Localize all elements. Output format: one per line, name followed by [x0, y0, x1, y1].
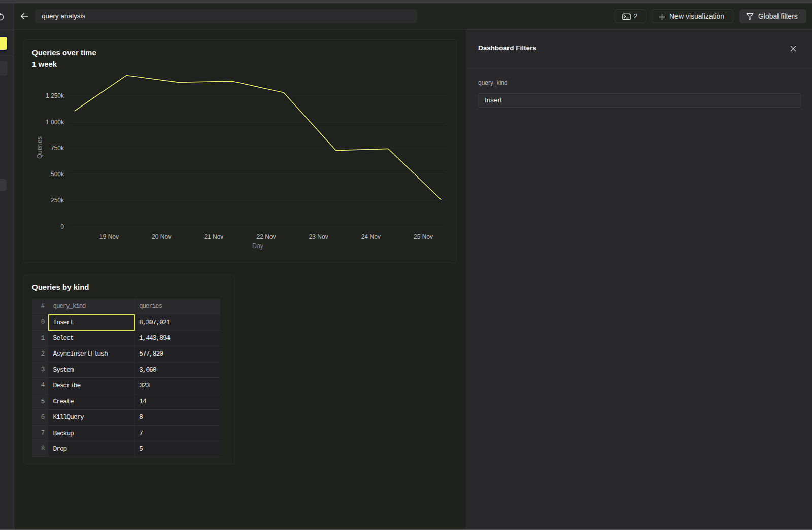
svg-text:22 Nov: 22 Nov: [256, 233, 276, 240]
svg-text:23 Nov: 23 Nov: [309, 233, 328, 240]
svg-text:19 Nov: 19 Nov: [99, 233, 119, 240]
svg-text:Queries: Queries: [36, 136, 43, 159]
svg-text:24 Nov: 24 Nov: [361, 233, 381, 240]
svg-text:0: 0: [60, 223, 64, 230]
svg-text:Day: Day: [252, 242, 264, 250]
svg-text:250k: 250k: [51, 197, 64, 204]
svg-text:20 Nov: 20 Nov: [152, 233, 171, 240]
svg-text:750k: 750k: [51, 145, 64, 152]
svg-text:25 Nov: 25 Nov: [414, 233, 433, 240]
svg-text:500k: 500k: [51, 171, 64, 178]
svg-text:1 250k: 1 250k: [46, 92, 64, 99]
svg-text:1 000k: 1 000k: [46, 119, 64, 126]
svg-text:21 Nov: 21 Nov: [204, 233, 223, 240]
